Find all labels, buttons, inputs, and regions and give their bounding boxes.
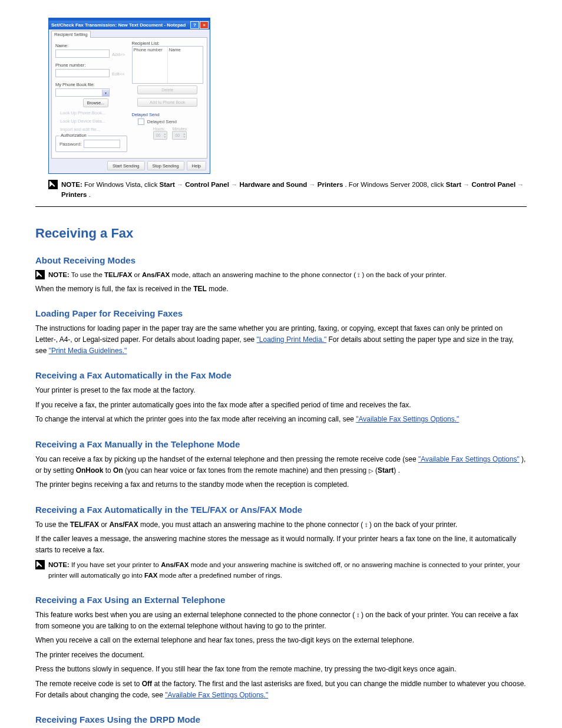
note-label: NOTE: bbox=[48, 271, 70, 278]
name-label: Name: bbox=[55, 43, 127, 48]
note-icon bbox=[35, 560, 45, 569]
phone-label: Phone number: bbox=[55, 62, 127, 68]
heading-about-modes: About Receiving Modes bbox=[35, 255, 527, 265]
col-phone-number: Phone number bbox=[133, 47, 168, 83]
note-vista: NOTE: For Windows Vista, click Start → C… bbox=[48, 180, 527, 200]
link-loading-media[interactable]: "Loading Print Media." bbox=[257, 335, 327, 344]
phonebook-combo[interactable]: ▾ bbox=[55, 88, 110, 97]
password-label: Password: bbox=[59, 141, 81, 147]
arrow-icon: → bbox=[177, 181, 183, 188]
minutes-label: Minutes: bbox=[172, 127, 187, 131]
phone-input[interactable] bbox=[55, 69, 110, 77]
recipient-list-label: Recipient List: bbox=[132, 41, 204, 46]
chevron-down-icon: ▾ bbox=[102, 90, 109, 96]
authorization-group: Authorization Password: bbox=[55, 136, 127, 152]
tab-recipient-setting[interactable]: Recipient Setting bbox=[51, 31, 91, 38]
phone-jack-icon: ⟟ bbox=[358, 272, 360, 278]
hours-spinner: 00 ▲▼ bbox=[153, 131, 168, 140]
link-fax-options[interactable]: "Available Fax Settings Options" bbox=[418, 455, 520, 463]
arrow-icon: → bbox=[231, 181, 237, 188]
phonebook-file-label: My Phone Book file: bbox=[55, 82, 127, 87]
note-telfax: NOTE: To use the TEL/FAX or Ans/FAX mode… bbox=[35, 270, 527, 280]
lookup-device-link: Look Up Device Data... bbox=[55, 118, 127, 124]
phone-jack-icon: ⟟ bbox=[365, 522, 368, 528]
titlebar: Set/Check Fax Transmission: New Text Doc… bbox=[49, 21, 210, 29]
add-to-phonebook-button[interactable]: Add to Phone Book bbox=[137, 98, 197, 107]
note-icon bbox=[48, 180, 58, 189]
arrow-icon: → bbox=[517, 181, 524, 188]
note-icon bbox=[35, 270, 45, 279]
dialog-window: Set/Check Fax Transmission: New Text Doc… bbox=[48, 18, 210, 174]
delayed-send-group: Delayed Send Delayed Send Hours: 00 ▲▼ bbox=[132, 112, 204, 140]
delete-button[interactable]: Delete bbox=[137, 85, 197, 94]
lookup-phonebook-link: Look Up Phone Book... bbox=[55, 110, 127, 116]
link-media-guidelines[interactable]: "Print Media Guidelines." bbox=[49, 347, 127, 355]
heading-manual-tel-mode: Receiving a Fax Manually in the Telephon… bbox=[35, 439, 527, 449]
minutes-spinner: 00 ▲▼ bbox=[172, 131, 187, 140]
hours-label: Hours: bbox=[153, 127, 168, 131]
browse-button[interactable]: Browse... bbox=[83, 98, 108, 107]
import-edit-link: Import and edit file... bbox=[55, 127, 127, 132]
help-button[interactable]: Help bbox=[187, 161, 206, 170]
delayed-send-title: Delayed Send bbox=[132, 112, 204, 117]
link-fax-options[interactable]: "Available Fax Settings Options." bbox=[356, 415, 459, 423]
divider bbox=[35, 206, 527, 207]
col-name: Name bbox=[168, 47, 203, 83]
name-input[interactable] bbox=[55, 50, 110, 58]
authorization-legend: Authorization bbox=[59, 133, 88, 138]
start-icon: ▷ bbox=[369, 466, 373, 476]
delayed-send-checkbox-label: Delayed Send bbox=[147, 119, 177, 124]
note-ansfax: NOTE: If you have set your printer to An… bbox=[35, 560, 527, 581]
close-icon[interactable]: × bbox=[200, 21, 209, 29]
hours-value: 00 bbox=[154, 133, 163, 137]
heading-auto-telfax-mode: Receiving a Fax Automatically in the TEL… bbox=[35, 505, 527, 515]
heading-receiving-fax: Receiving a Fax bbox=[35, 226, 527, 241]
delayed-send-checkbox[interactable] bbox=[138, 118, 144, 125]
window-title: Set/Check Fax Transmission: New Text Doc… bbox=[51, 22, 186, 28]
stop-sending-button[interactable]: Stop Sending bbox=[147, 161, 184, 170]
help-icon[interactable]: ? bbox=[190, 21, 199, 29]
arrow-icon: → bbox=[463, 181, 470, 188]
arrow-icon: → bbox=[309, 181, 316, 188]
minutes-value: 00 bbox=[173, 133, 182, 137]
phone-jack-icon: ⟟ bbox=[357, 612, 359, 618]
heading-external-phone: Receiving a Fax Using an External Teleph… bbox=[35, 595, 527, 605]
note-label: NOTE: bbox=[48, 561, 70, 568]
heading-auto-fax-mode: Receiving a Fax Automatically in the Fax… bbox=[35, 370, 527, 380]
note-label: NOTE: bbox=[61, 181, 82, 188]
add-button[interactable]: Add>> bbox=[112, 52, 125, 57]
recipient-list[interactable]: Phone number Name bbox=[132, 46, 204, 84]
start-sending-button[interactable]: Start Sending bbox=[107, 161, 144, 170]
link-fax-options[interactable]: "Available Fax Settings Options." bbox=[165, 691, 268, 699]
edit-button[interactable]: Edit<< bbox=[112, 71, 125, 77]
password-input[interactable] bbox=[84, 140, 120, 148]
heading-drpd: Receiving Faxes Using the DRPD Mode bbox=[35, 714, 527, 724]
heading-loading-paper: Loading Paper for Receiving Faxes bbox=[35, 308, 527, 318]
